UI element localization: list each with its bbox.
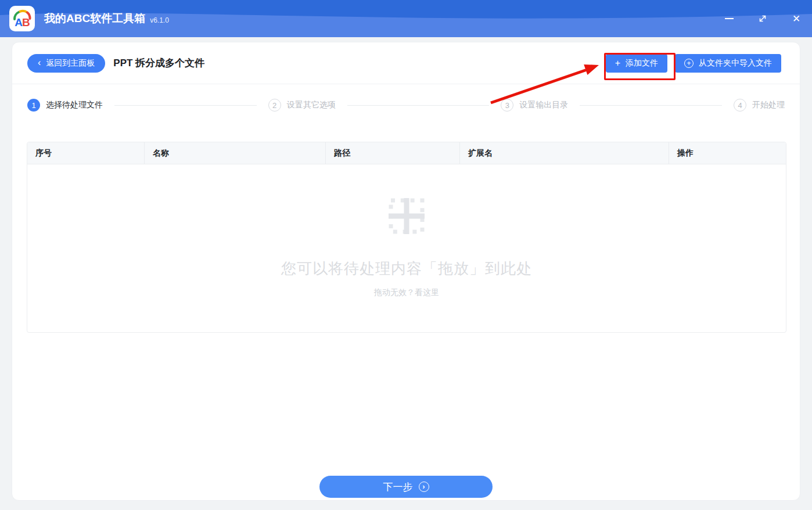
step-4-label: 开始处理: [752, 100, 785, 110]
minimize-button[interactable]: [723, 12, 735, 25]
step-1-circle: 1: [27, 99, 40, 112]
step-select-files: 1 选择待处理文件: [27, 99, 103, 112]
app-version: v6.1.0: [150, 16, 169, 24]
header-actions: + 添加文件 + 从文件夹中导入文件: [606, 54, 781, 73]
drag-help-link[interactable]: 拖动无效？看这里: [374, 288, 439, 298]
chevron-left-icon: ‹: [38, 58, 41, 67]
column-header-index: 序号: [27, 142, 145, 164]
drop-target-icon: [389, 198, 425, 234]
add-files-label: 添加文件: [626, 58, 658, 69]
step-set-options: 2 设置其它选项: [268, 99, 336, 112]
main-panel: ‹ 返回到主面板 PPT 拆分成多个文件 + 添加文件 + 从文件夹中导入文件 …: [12, 42, 800, 501]
back-to-main-button[interactable]: ‹ 返回到主面板: [27, 54, 105, 73]
resize-button[interactable]: [756, 12, 769, 25]
file-table: 序号 名称 路径 扩展名 操作 您可以将待处理内容「拖放」到此处 拖动无效？看这…: [27, 142, 786, 333]
step-2-label: 设置其它选项: [287, 100, 336, 110]
app-title: 我的ABC软件工具箱: [44, 11, 145, 26]
window-controls: ✕: [723, 0, 803, 37]
resize-icon: [758, 14, 767, 23]
step-connector: [580, 105, 722, 106]
minimize-icon: [725, 18, 734, 19]
add-files-button[interactable]: + 添加文件: [606, 54, 667, 73]
step-2-circle: 2: [268, 99, 281, 112]
column-header-name: 名称: [145, 142, 326, 164]
column-header-actions: 操作: [669, 142, 786, 164]
close-icon: ✕: [792, 13, 800, 25]
page-title: PPT 拆分成多个文件: [113, 56, 204, 70]
import-from-folder-button[interactable]: + 从文件夹中导入文件: [675, 54, 781, 73]
step-3-label: 设置输出目录: [519, 100, 568, 110]
step-3-circle: 3: [501, 99, 513, 112]
column-header-extension: 扩展名: [460, 142, 669, 164]
step-1-label: 选择待处理文件: [46, 100, 103, 110]
close-button[interactable]: ✕: [790, 12, 803, 25]
app-logo-letters: AB: [9, 16, 35, 29]
page-header: ‹ 返回到主面板 PPT 拆分成多个文件 + 添加文件 + 从文件夹中导入文件: [12, 42, 800, 84]
circle-arrow-right-icon: ›: [419, 482, 429, 492]
column-header-path: 路径: [326, 142, 460, 164]
drop-zone-main-text: 您可以将待处理内容「拖放」到此处: [281, 258, 532, 279]
next-step-label: 下一步: [383, 480, 413, 494]
next-step-button[interactable]: 下一步 ›: [319, 476, 493, 498]
step-indicator: 1 选择待处理文件 2 设置其它选项 3 设置输出目录 4 开始处理: [12, 84, 800, 126]
file-table-header: 序号 名称 路径 扩展名 操作: [27, 142, 786, 164]
import-from-folder-label: 从文件夹中导入文件: [699, 58, 772, 69]
plus-icon: +: [615, 59, 620, 68]
app-logo: AB: [9, 6, 35, 31]
step-set-output-dir: 3 设置输出目录: [501, 99, 568, 112]
step-start-processing: 4 开始处理: [734, 99, 785, 112]
back-button-label: 返回到主面板: [46, 58, 95, 69]
step-connector: [347, 105, 490, 106]
drop-zone[interactable]: 您可以将待处理内容「拖放」到此处 拖动无效？看这里: [27, 164, 786, 332]
circle-plus-icon: +: [684, 59, 694, 68]
step-4-circle: 4: [734, 99, 746, 112]
titlebar: AB 我的ABC软件工具箱 v6.1.0 ✕: [0, 0, 812, 37]
step-connector: [114, 105, 257, 106]
